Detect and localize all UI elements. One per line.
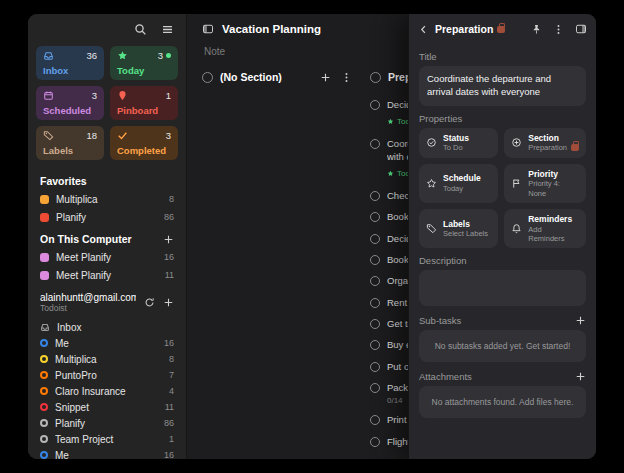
sidebar-item-meet-planify-2[interactable]: Meet Planify 11 xyxy=(28,266,186,284)
properties-label: Properties xyxy=(419,113,586,124)
labels-label: Labels xyxy=(43,145,97,156)
property-section[interactable]: Section Preparation xyxy=(504,128,586,158)
project-color-ring xyxy=(40,403,48,411)
pin-icon xyxy=(117,90,128,101)
task-title-input[interactable]: Coordinate the departure and arrival dat… xyxy=(419,66,586,106)
project-color-ring xyxy=(40,339,48,347)
add-project-icon[interactable] xyxy=(163,234,174,245)
sidebar-item-team-project[interactable]: Team Project 1 xyxy=(28,431,186,447)
property-labels[interactable]: Labels Select Labels xyxy=(419,209,498,248)
bell-icon xyxy=(511,223,522,234)
back-chevron-icon[interactable] xyxy=(418,24,429,35)
page-title: Vacation Planning xyxy=(222,23,321,35)
sidebar-item-claro-insurance[interactable]: Claro Insurance 4 xyxy=(28,383,186,399)
card-completed[interactable]: 3 Completed xyxy=(110,126,178,160)
sidebar-item-snippet[interactable]: Snippet 11 xyxy=(28,399,186,415)
close-detail-panel-icon[interactable] xyxy=(575,23,587,35)
task-checkbox[interactable] xyxy=(370,362,380,372)
add-attachment-icon[interactable] xyxy=(575,371,586,382)
pin-task-icon[interactable] xyxy=(531,24,542,35)
project-color-ring xyxy=(40,355,48,363)
task-checkbox[interactable] xyxy=(370,437,380,447)
status-icon xyxy=(426,137,437,148)
sidebar-item-me-1[interactable]: Me 16 xyxy=(28,335,186,351)
project-emoji-icon xyxy=(40,213,49,222)
task-checkbox[interactable] xyxy=(370,415,380,425)
inbox-count: 36 xyxy=(86,50,97,61)
property-priority[interactable]: Priority Priority 4: None xyxy=(504,164,586,203)
tag-icon xyxy=(426,223,437,234)
today-count: 3 xyxy=(158,50,171,61)
attachments-header: Attachments xyxy=(419,371,586,382)
sidebar-item-multiplica[interactable]: Multiplica 8 xyxy=(28,351,186,367)
section-circle-icon xyxy=(370,72,381,83)
card-pinboard[interactable]: 1 Pinboard xyxy=(110,86,178,120)
scheduled-label: Scheduled xyxy=(43,105,97,116)
sidebar-item-meet-planify-1[interactable]: Meet Planify 16 xyxy=(28,248,186,266)
project-color-ring xyxy=(40,435,48,443)
sidebar-item-planify[interactable]: Planify 86 xyxy=(28,415,186,431)
property-schedule[interactable]: Schedule Today xyxy=(419,164,498,203)
account-row[interactable]: alainhuntt@gmail.com Todoist xyxy=(28,284,186,319)
project-emoji-icon xyxy=(40,195,49,204)
subtasks-label: Sub-tasks xyxy=(419,315,461,326)
add-task-icon[interactable] xyxy=(320,72,331,83)
project-color-ring xyxy=(40,387,48,395)
luggage-emoji-icon xyxy=(571,144,579,151)
account-service: Todoist xyxy=(40,303,136,313)
task-checkbox[interactable] xyxy=(370,255,380,265)
task-checkbox[interactable] xyxy=(370,212,380,222)
task-checkbox[interactable] xyxy=(370,298,380,308)
favorites-header: Favorites xyxy=(28,168,186,190)
subtasks-empty-state: No subtasks added yet. Get started! xyxy=(419,330,586,362)
task-checkbox[interactable] xyxy=(370,234,380,244)
kebab-menu-icon[interactable] xyxy=(553,24,564,35)
completed-label: Completed xyxy=(117,145,171,156)
sidebar-item-me-2[interactable]: Me 16 xyxy=(28,447,186,459)
task-checkbox[interactable] xyxy=(370,383,380,393)
task-checkbox[interactable] xyxy=(370,100,380,110)
detail-header: Preparation xyxy=(409,14,596,44)
sidebar-item-puntopro[interactable]: PuntoPro 7 xyxy=(28,367,186,383)
description-input[interactable] xyxy=(419,270,586,306)
scheduled-count: 3 xyxy=(92,90,97,101)
card-scheduled[interactable]: 3 Scheduled xyxy=(36,86,104,120)
kebab-menu-icon[interactable] xyxy=(341,72,352,83)
flag-icon xyxy=(511,178,522,189)
task-detail-panel: Preparation Title Coordinate the departu… xyxy=(408,14,596,459)
sidebar-item-planify-fav[interactable]: Planify 86 xyxy=(28,208,186,226)
sidebar-item-multiplica-fav[interactable]: Multiplica 8 xyxy=(28,190,186,208)
filter-cards: 36 Inbox 3 Today 3 Scheduled 1 Pinboard xyxy=(28,44,186,168)
column-header[interactable]: (No Section) xyxy=(202,67,352,87)
inbox-label: Inbox xyxy=(43,65,97,76)
on-this-computer-header: On This Computer xyxy=(28,226,186,248)
property-status[interactable]: Status To Do xyxy=(419,128,498,158)
star-icon xyxy=(387,170,394,177)
today-label: Today xyxy=(117,65,171,76)
planify-window: 36 Inbox 3 Today 3 Scheduled 1 Pinboard xyxy=(28,14,596,459)
card-inbox[interactable]: 36 Inbox xyxy=(36,46,104,80)
task-checkbox[interactable] xyxy=(370,340,380,350)
section-circle-icon xyxy=(202,72,213,83)
task-checkbox[interactable] xyxy=(370,276,380,286)
card-today[interactable]: 3 Today xyxy=(110,46,178,80)
task-checkbox[interactable] xyxy=(370,191,380,201)
luggage-emoji-icon xyxy=(497,26,505,33)
add-subtask-icon[interactable] xyxy=(575,315,586,326)
sync-refresh-icon[interactable] xyxy=(144,297,155,308)
toggle-sidebar-icon[interactable] xyxy=(202,23,214,35)
property-reminders[interactable]: Reminders Add Reminders xyxy=(504,209,586,248)
project-emoji-icon xyxy=(40,271,49,280)
add-account-project-icon[interactable] xyxy=(163,297,174,308)
task-checkbox[interactable] xyxy=(370,319,380,329)
section-icon xyxy=(511,137,522,148)
pinboard-count: 1 xyxy=(166,90,171,101)
card-labels[interactable]: 18 Labels xyxy=(36,126,104,160)
menu-icon[interactable] xyxy=(161,23,174,36)
attachments-empty-state: No attachments found. Add files here. xyxy=(419,386,586,418)
search-icon[interactable] xyxy=(134,23,147,36)
project-color-ring xyxy=(40,419,48,427)
task-checkbox[interactable] xyxy=(370,139,380,149)
sidebar-item-inbox[interactable]: Inbox xyxy=(28,319,186,335)
star-icon xyxy=(387,118,394,125)
